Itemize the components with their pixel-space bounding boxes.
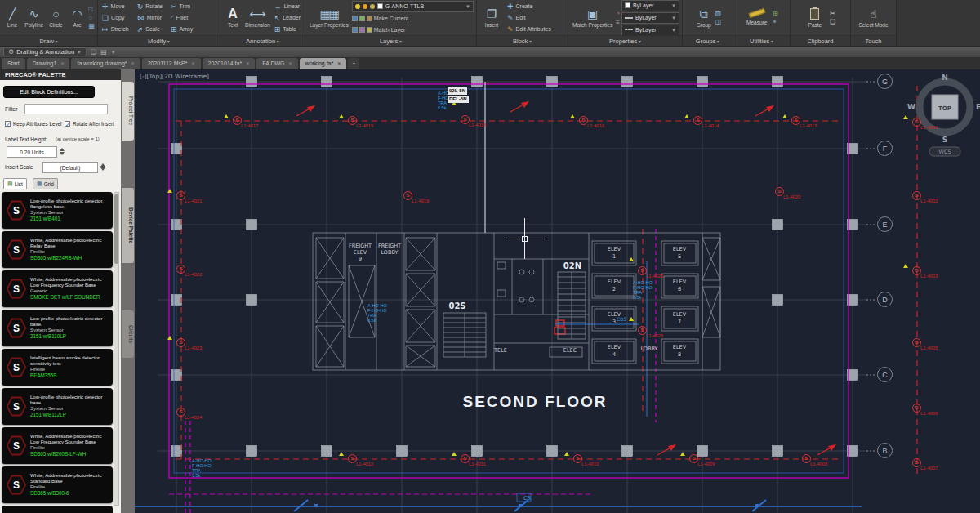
smoke-detector-device[interactable]: S L1-4007	[912, 458, 921, 467]
circle-button[interactable]: ○Circle	[46, 1, 65, 34]
create-block-button[interactable]: ✚Create	[506, 1, 553, 11]
rotate-button[interactable]: ↻Rotate	[136, 1, 164, 11]
measure-button[interactable]: Measure	[745, 1, 768, 34]
dimension-button[interactable]: ⟷Dimension	[244, 1, 271, 34]
device-list-item[interactable]: S White, Addressable photoelectric Stand…	[2, 466, 113, 503]
group-button[interactable]: ⧉ Group	[694, 1, 714, 34]
insert-scale-spinner[interactable]: (Default)	[42, 162, 98, 173]
smoke-detector-device[interactable]: S L1-4010	[573, 454, 582, 463]
lineweight-dropdown[interactable]: ByLayer▼	[621, 12, 679, 24]
smoke-detector-device[interactable]: S L1-4013	[791, 116, 800, 125]
chevron-down-icon[interactable]: ▼	[111, 50, 116, 55]
quick-calc-icon[interactable]: ⊞	[773, 10, 778, 17]
panel-label-clipboard[interactable]: Clipboard	[791, 35, 850, 46]
smoke-detector-device[interactable]: S L1-4014	[693, 116, 702, 125]
list-view-tab[interactable]: ▤List	[3, 178, 27, 189]
panel-label-annotation[interactable]: Annotation	[220, 35, 305, 46]
copy-button[interactable]: ❏Copy	[100, 12, 131, 23]
make-current-button[interactable]: Make Current	[352, 13, 474, 24]
workspace-switcher[interactable]: ⚙ Drafting & Annotation ▼	[3, 47, 87, 56]
tab-fa-dwg[interactable]: FA DWG	[256, 58, 297, 69]
panel-label-modify[interactable]: Modify	[98, 35, 220, 46]
panel-label-utilities[interactable]: Utilities	[733, 35, 790, 46]
device-list-item[interactable]: S Intelligent beam smoke detector sensit…	[2, 349, 113, 386]
viewport-controls-label[interactable]: [-][Top][2D Wireframe]	[140, 73, 209, 80]
match-properties-button[interactable]: ▣ Match Properties	[571, 1, 614, 34]
paste-button[interactable]: Paste	[805, 1, 825, 34]
tab-device-palette[interactable]: Device Palette	[122, 188, 134, 263]
scrollbar-thumb[interactable]	[114, 194, 118, 264]
smoke-detector-device[interactable]: S L1-4011	[461, 454, 470, 463]
fillet-button[interactable]: ◜Fillet	[169, 12, 194, 23]
trim-button[interactable]: ✂Trim	[169, 1, 194, 11]
rotate-after-insert-checkbox[interactable]: ✓ Rotate After Insert	[65, 121, 114, 127]
layer-properties-button[interactable]: ▦▦ Layer Properties	[308, 1, 350, 34]
edit-block-button[interactable]: ✎Edit	[506, 12, 553, 23]
tab-working-fa[interactable]: working fa*	[300, 58, 347, 69]
smoke-detector-device[interactable]: S L1-4015	[348, 116, 357, 125]
device-list-item[interactable]: S White, Addressable photoelectric Low F…	[2, 270, 113, 307]
tab-20201112-msp[interactable]: 20201112 MsP*	[142, 58, 201, 69]
table-button[interactable]: ⊞Table	[273, 24, 302, 34]
tab-project-tree[interactable]: Project Tree	[122, 82, 134, 141]
smoke-detector-device[interactable]: S L1-4006	[912, 404, 921, 413]
panel-label-draw[interactable]: Draw	[0, 35, 97, 46]
move-button[interactable]: ✛Move	[100, 1, 131, 11]
new-tab-button[interactable]: +	[348, 58, 359, 69]
id-point-icon[interactable]: ⌖	[773, 18, 778, 25]
device-list-item[interactable]: S White, Addressable photoelectric Relay…	[2, 231, 113, 268]
units-spinner[interactable]: 0.20 Units	[7, 146, 57, 158]
selected-text-label[interactable]: 02L-5N	[448, 87, 467, 95]
group-edit-icon[interactable]: ◫	[715, 18, 722, 25]
layer-dropdown[interactable]: G-ANNO-TTLB ▼	[352, 1, 474, 12]
tab-fa-working-drawing[interactable]: fa working drawing*	[71, 58, 140, 69]
units-spinner-arrows[interactable]	[60, 148, 65, 155]
smoke-detector-device[interactable]: S L1-4023	[176, 338, 185, 347]
match-layer-button[interactable]: Match Layer	[352, 25, 474, 35]
ungroup-icon[interactable]: ▧	[715, 10, 722, 17]
filter-input[interactable]	[24, 104, 108, 114]
select-mode-button[interactable]: ☝ Select Mode	[857, 1, 889, 34]
tab-20201014-fa[interactable]: 20201014 fa*	[203, 58, 256, 69]
hatch-icon[interactable]: ▦	[88, 22, 95, 29]
polyline-button[interactable]: ∿Polyline	[24, 1, 44, 34]
smoke-detector-device[interactable]: S L1-4005	[912, 338, 921, 347]
open-folder-icon[interactable]: ▤	[100, 48, 107, 56]
panel-label-layers[interactable]: Layers	[305, 35, 476, 46]
insert-button[interactable]: ❐ Insert	[479, 1, 504, 34]
grid-view-tab[interactable]: ▦Grid	[33, 178, 58, 189]
view-cube[interactable]: TOP N S W E WCS	[907, 74, 980, 156]
smoke-detector-device[interactable]: S L1-4003	[912, 266, 921, 275]
smoke-detector-device[interactable]: S L1-4024	[176, 408, 185, 417]
smoke-detector-device[interactable]: S L1-4022	[176, 265, 185, 274]
model-space-canvas[interactable]: CB CB5	[135, 69, 980, 513]
device-list-item[interactable]: S Low-profile photoelectric detector, fl…	[2, 192, 113, 229]
arc-button[interactable]: ◠Arc	[67, 1, 87, 34]
tab-drawing1[interactable]: Drawing1	[27, 58, 70, 69]
smoke-detector-device[interactable]: S L1-4008	[802, 454, 811, 463]
edit-block-definitions-button[interactable]: Edit Block Definitions...	[3, 86, 95, 98]
panel-label-touch[interactable]: Touch	[851, 35, 896, 46]
list-icon[interactable]: ≡	[616, 19, 620, 26]
smoke-detector-device[interactable]: S L1-4025	[638, 266, 647, 275]
selected-text-label[interactable]: DEL-5N	[448, 96, 469, 103]
smoke-detector-device[interactable]: S L1-4012	[348, 454, 357, 463]
object-color-dropdown[interactable]: ByLayer▼	[621, 0, 679, 11]
tab-start[interactable]: Start	[2, 58, 25, 69]
smoke-detector-device[interactable]: S L1-4021	[176, 191, 185, 200]
smoke-detector-device[interactable]: S L1-4017	[233, 116, 242, 125]
device-list-item[interactable]: S White, Addressable photoelectric Low F…	[2, 427, 113, 464]
panel-label-block[interactable]: Block	[477, 35, 568, 46]
smoke-detector-device[interactable]: S L1-4009	[689, 454, 698, 463]
device-list-item[interactable]: S Low-profile photoelectric detector bas…	[2, 388, 113, 425]
device-list-item[interactable]: S Low-profile photoelectric detector bas…	[2, 310, 113, 346]
linear-button[interactable]: ↔Linear	[273, 1, 302, 11]
scale-button[interactable]: ⇗Scale	[136, 24, 164, 34]
array-button[interactable]: ⊞Array	[169, 24, 194, 34]
edit-attributes-button[interactable]: ✎Edit Attributes	[506, 24, 553, 34]
line-button[interactable]: ╱Line	[2, 1, 22, 34]
stretch-button[interactable]: ↦Stretch	[100, 24, 131, 34]
smoke-detector-device[interactable]: S L1-4002	[912, 191, 921, 200]
rectangle-icon[interactable]: □	[88, 6, 95, 13]
insert-scale-spinner-arrows[interactable]	[100, 163, 105, 171]
